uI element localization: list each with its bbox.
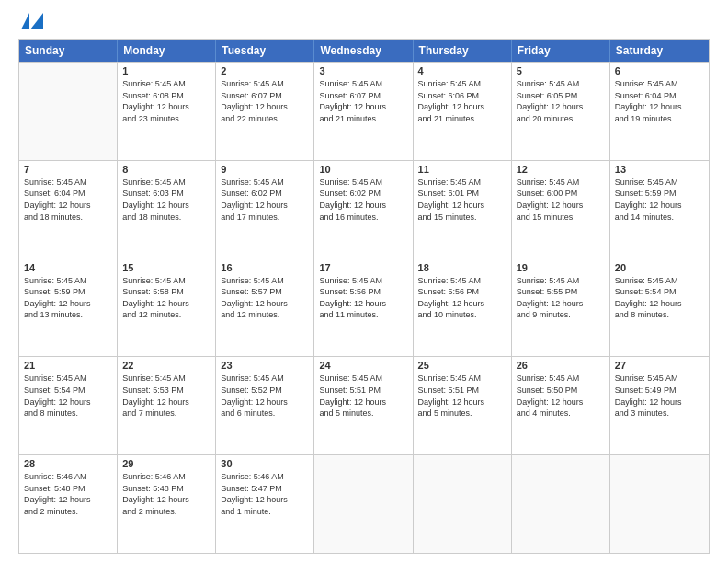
weekday-header: Monday [118,40,216,62]
day-info: Sunrise: 5:45 AM Sunset: 6:08 PM Dayligh… [122,78,210,124]
day-info: Sunrise: 5:46 AM Sunset: 5:48 PM Dayligh… [24,471,112,517]
day-number: 6 [615,65,704,76]
day-number: 22 [122,360,210,371]
day-number: 21 [24,360,112,371]
day-number: 20 [615,262,704,273]
day-info: Sunrise: 5:45 AM Sunset: 6:06 PM Dayligh… [418,78,506,124]
calendar-cell: 4Sunrise: 5:45 AM Sunset: 6:06 PM Daylig… [414,63,512,160]
calendar-row: 7Sunrise: 5:45 AM Sunset: 6:04 PM Daylig… [19,160,709,259]
calendar-cell: 26Sunrise: 5:45 AM Sunset: 5:50 PM Dayli… [512,357,610,454]
calendar-cell: 29Sunrise: 5:46 AM Sunset: 5:48 PM Dayli… [118,455,216,553]
weekday-header: Sunday [19,40,118,62]
day-number: 11 [418,164,506,175]
day-number: 7 [24,164,112,175]
day-number: 26 [517,360,605,371]
calendar: SundayMondayTuesdayWednesdayThursdayFrid… [18,39,710,554]
day-number: 10 [319,164,407,175]
calendar-body: 1Sunrise: 5:45 AM Sunset: 6:08 PM Daylig… [19,62,709,553]
day-number: 27 [615,360,704,371]
calendar-cell: 7Sunrise: 5:45 AM Sunset: 6:04 PM Daylig… [19,161,118,259]
day-number: 3 [319,65,407,76]
calendar-cell: 19Sunrise: 5:45 AM Sunset: 5:55 PM Dayli… [512,259,610,357]
day-number: 18 [418,262,506,273]
day-info: Sunrise: 5:45 AM Sunset: 6:02 PM Dayligh… [319,177,407,223]
header [18,15,710,31]
weekday-header: Thursday [414,40,512,62]
day-number: 4 [418,65,506,76]
calendar-cell: 21Sunrise: 5:45 AM Sunset: 5:54 PM Dayli… [19,357,118,454]
day-info: Sunrise: 5:45 AM Sunset: 5:56 PM Dayligh… [418,275,506,321]
calendar-cell [19,63,118,160]
day-info: Sunrise: 5:45 AM Sunset: 6:04 PM Dayligh… [615,78,704,124]
day-number: 2 [221,65,309,76]
calendar-cell: 30Sunrise: 5:46 AM Sunset: 5:47 PM Dayli… [216,455,314,553]
page: SundayMondayTuesdayWednesdayThursdayFrid… [0,0,728,563]
day-number: 17 [319,262,407,273]
calendar-cell: 18Sunrise: 5:45 AM Sunset: 5:56 PM Dayli… [414,259,512,357]
calendar-cell: 23Sunrise: 5:45 AM Sunset: 5:52 PM Dayli… [216,357,314,454]
logo-sail2-icon [30,13,43,29]
day-info: Sunrise: 5:45 AM Sunset: 6:07 PM Dayligh… [221,78,309,124]
day-info: Sunrise: 5:45 AM Sunset: 5:56 PM Dayligh… [319,275,407,321]
day-info: Sunrise: 5:45 AM Sunset: 6:00 PM Dayligh… [517,177,605,223]
day-info: Sunrise: 5:45 AM Sunset: 5:55 PM Dayligh… [517,275,605,321]
day-info: Sunrise: 5:45 AM Sunset: 5:54 PM Dayligh… [615,275,704,321]
day-info: Sunrise: 5:45 AM Sunset: 5:59 PM Dayligh… [615,177,704,223]
day-number: 8 [122,164,210,175]
calendar-cell: 17Sunrise: 5:45 AM Sunset: 5:56 PM Dayli… [314,259,413,357]
calendar-cell: 24Sunrise: 5:45 AM Sunset: 5:51 PM Dayli… [314,357,413,454]
calendar-cell: 27Sunrise: 5:45 AM Sunset: 5:49 PM Dayli… [610,357,709,454]
calendar-cell: 28Sunrise: 5:46 AM Sunset: 5:48 PM Dayli… [19,455,118,553]
calendar-cell [314,455,413,553]
day-number: 1 [122,65,210,76]
calendar-cell: 6Sunrise: 5:45 AM Sunset: 6:04 PM Daylig… [610,63,709,160]
day-info: Sunrise: 5:45 AM Sunset: 5:58 PM Dayligh… [122,275,210,321]
day-number: 19 [517,262,605,273]
day-info: Sunrise: 5:45 AM Sunset: 5:50 PM Dayligh… [517,373,605,419]
day-info: Sunrise: 5:45 AM Sunset: 5:59 PM Dayligh… [24,275,112,321]
calendar-cell: 5Sunrise: 5:45 AM Sunset: 6:05 PM Daylig… [512,63,610,160]
logo-sail-icon [21,13,29,29]
calendar-cell: 22Sunrise: 5:45 AM Sunset: 5:53 PM Dayli… [118,357,216,454]
calendar-cell: 16Sunrise: 5:45 AM Sunset: 5:57 PM Dayli… [216,259,314,357]
calendar-cell [610,455,709,553]
day-info: Sunrise: 5:46 AM Sunset: 5:47 PM Dayligh… [221,471,309,517]
calendar-cell: 2Sunrise: 5:45 AM Sunset: 6:07 PM Daylig… [216,63,314,160]
day-info: Sunrise: 5:45 AM Sunset: 6:03 PM Dayligh… [122,177,210,223]
day-info: Sunrise: 5:45 AM Sunset: 5:51 PM Dayligh… [418,373,506,419]
day-info: Sunrise: 5:45 AM Sunset: 6:07 PM Dayligh… [319,78,407,124]
day-info: Sunrise: 5:45 AM Sunset: 6:05 PM Dayligh… [517,78,605,124]
logo [18,15,43,31]
calendar-cell [512,455,610,553]
day-info: Sunrise: 5:45 AM Sunset: 5:49 PM Dayligh… [615,373,704,419]
day-number: 5 [517,65,605,76]
calendar-cell: 11Sunrise: 5:45 AM Sunset: 6:01 PM Dayli… [414,161,512,259]
calendar-cell: 20Sunrise: 5:45 AM Sunset: 5:54 PM Dayli… [610,259,709,357]
calendar-cell: 8Sunrise: 5:45 AM Sunset: 6:03 PM Daylig… [118,161,216,259]
day-number: 13 [615,164,704,175]
weekday-header: Saturday [610,40,709,62]
day-info: Sunrise: 5:45 AM Sunset: 5:52 PM Dayligh… [221,373,309,419]
calendar-row: 14Sunrise: 5:45 AM Sunset: 5:59 PM Dayli… [19,259,709,357]
day-number: 23 [221,360,309,371]
day-number: 25 [418,360,506,371]
day-info: Sunrise: 5:45 AM Sunset: 6:04 PM Dayligh… [24,177,112,223]
calendar-cell [414,455,512,553]
calendar-row: 1Sunrise: 5:45 AM Sunset: 6:08 PM Daylig… [19,62,709,160]
calendar-row: 28Sunrise: 5:46 AM Sunset: 5:48 PM Dayli… [19,454,709,553]
day-info: Sunrise: 5:45 AM Sunset: 6:01 PM Dayligh… [418,177,506,223]
calendar-cell: 1Sunrise: 5:45 AM Sunset: 6:08 PM Daylig… [118,63,216,160]
day-number: 29 [122,458,210,469]
day-info: Sunrise: 5:45 AM Sunset: 5:57 PM Dayligh… [221,275,309,321]
calendar-cell: 9Sunrise: 5:45 AM Sunset: 6:02 PM Daylig… [216,161,314,259]
weekday-header: Friday [512,40,610,62]
day-number: 12 [517,164,605,175]
day-info: Sunrise: 5:45 AM Sunset: 6:02 PM Dayligh… [221,177,309,223]
calendar-row: 21Sunrise: 5:45 AM Sunset: 5:54 PM Dayli… [19,356,709,454]
calendar-cell: 13Sunrise: 5:45 AM Sunset: 5:59 PM Dayli… [610,161,709,259]
calendar-cell: 3Sunrise: 5:45 AM Sunset: 6:07 PM Daylig… [314,63,413,160]
weekday-header: Wednesday [314,40,413,62]
calendar-cell: 10Sunrise: 5:45 AM Sunset: 6:02 PM Dayli… [314,161,413,259]
day-number: 24 [319,360,407,371]
day-info: Sunrise: 5:45 AM Sunset: 5:53 PM Dayligh… [122,373,210,419]
